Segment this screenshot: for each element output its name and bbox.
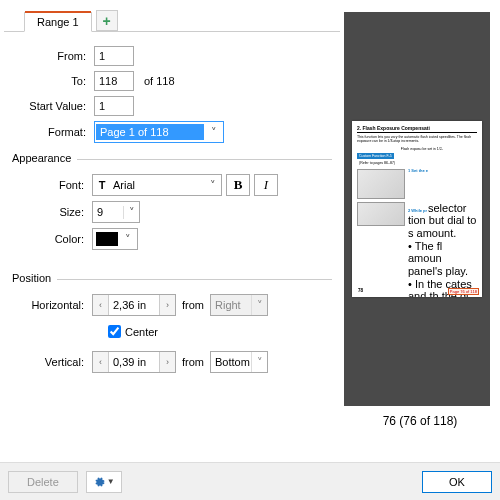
settings-button[interactable]: ▼ xyxy=(86,471,122,493)
from-label: From: xyxy=(12,50,94,62)
center-checkbox[interactable] xyxy=(108,325,121,338)
format-value: Page 1 of 118 xyxy=(96,124,204,140)
preview-ftxt: Flash exposu be set in 1/2- xyxy=(401,147,443,151)
center-label: Center xyxy=(125,326,158,338)
chevron-down-icon: ˅ xyxy=(205,179,221,192)
appearance-fieldset: Appearance Font: T Arial ˅ B I Size: 9 ˅… xyxy=(12,159,332,257)
font-value: Arial xyxy=(111,179,205,191)
preview-figure xyxy=(357,169,405,199)
font-icon: T xyxy=(93,179,111,191)
preview-counter: 76 (76 of 118) xyxy=(344,414,496,428)
format-label: Format: xyxy=(12,126,94,138)
tab-range-1[interactable]: Range 1 xyxy=(24,12,92,32)
from-input[interactable] xyxy=(94,46,134,66)
spinner-increment[interactable]: › xyxy=(159,295,175,315)
from-text: from xyxy=(176,299,210,311)
size-label: Size: xyxy=(20,206,92,218)
format-select[interactable]: Page 1 of 118 ˅ xyxy=(94,121,224,143)
delete-button: Delete xyxy=(8,471,78,493)
preview-step2: 2 While pr selector tion but dial to s a… xyxy=(408,202,477,297)
chevron-down-icon: ˅ xyxy=(251,295,267,315)
preview-title: 2. Flash Exposure Compensati xyxy=(357,125,477,133)
chevron-down-icon: ˅ xyxy=(121,233,135,246)
chevron-down-icon: ▼ xyxy=(107,477,115,486)
color-swatch xyxy=(96,232,118,246)
horizontal-label: Horizontal: xyxy=(20,299,92,311)
spinner-decrement[interactable]: ‹ xyxy=(93,352,109,372)
chevron-down-icon: ˅ xyxy=(205,126,223,139)
preview-area: 2. Flash Exposure Compensati This functi… xyxy=(344,12,490,406)
italic-button[interactable]: I xyxy=(254,174,278,196)
spinner-increment[interactable]: › xyxy=(159,352,175,372)
color-select[interactable]: ˅ xyxy=(92,228,138,250)
vertical-label: Vertical: xyxy=(20,356,92,368)
tab-bar: Range 1 + xyxy=(4,8,340,32)
spinner-decrement[interactable]: ‹ xyxy=(93,295,109,315)
preview-ref: (Refer to pages 86–87) xyxy=(359,161,395,165)
size-value: 9 xyxy=(93,206,123,218)
position-fieldset: Position Horizontal: ‹ 2,36 in › from Ri… xyxy=(12,279,332,380)
ok-button[interactable]: OK xyxy=(422,471,492,493)
gear-icon xyxy=(93,476,105,488)
to-label: To: xyxy=(12,75,94,87)
start-value-label: Start Value: xyxy=(12,100,94,112)
start-value-input[interactable] xyxy=(94,96,134,116)
vertical-spinner[interactable]: ‹ 0,39 in › xyxy=(92,351,176,373)
to-input[interactable] xyxy=(94,71,134,91)
preview-band: Custom Function F-5 xyxy=(357,153,394,159)
from-text: from xyxy=(176,356,210,368)
horizontal-side-select: Right ˅ xyxy=(210,294,268,316)
horizontal-spinner[interactable]: ‹ 2,36 in › xyxy=(92,294,176,316)
font-select[interactable]: T Arial ˅ xyxy=(92,174,222,196)
chevron-down-icon: ˅ xyxy=(123,206,139,219)
add-tab-button[interactable]: + xyxy=(96,10,118,31)
preview-figure xyxy=(357,202,405,226)
bottom-bar: Delete ▼ OK xyxy=(0,462,500,500)
bold-button[interactable]: B xyxy=(226,174,250,196)
horizontal-side-value: Right xyxy=(211,295,251,315)
color-label: Color: xyxy=(20,233,92,245)
preview-page-num: 78 xyxy=(358,288,363,294)
preview-page: 2. Flash Exposure Compensati This functi… xyxy=(352,121,482,297)
vertical-value: 0,39 in xyxy=(109,352,159,372)
preview-step1: 1 Set the e xyxy=(408,168,428,173)
preview-stamp: Page 76 of 118 xyxy=(448,288,479,295)
of-total-label: of 118 xyxy=(134,75,175,87)
size-select[interactable]: 9 ˅ xyxy=(92,201,140,223)
horizontal-value: 2,36 in xyxy=(109,295,159,315)
vertical-side-value: Bottom xyxy=(211,352,251,372)
preview-desc: This function lets you vary the automati… xyxy=(357,135,477,143)
position-legend: Position xyxy=(12,272,57,284)
font-label: Font: xyxy=(20,179,92,191)
vertical-side-select[interactable]: Bottom ˅ xyxy=(210,351,268,373)
chevron-down-icon: ˅ xyxy=(251,352,267,372)
appearance-legend: Appearance xyxy=(12,152,77,164)
